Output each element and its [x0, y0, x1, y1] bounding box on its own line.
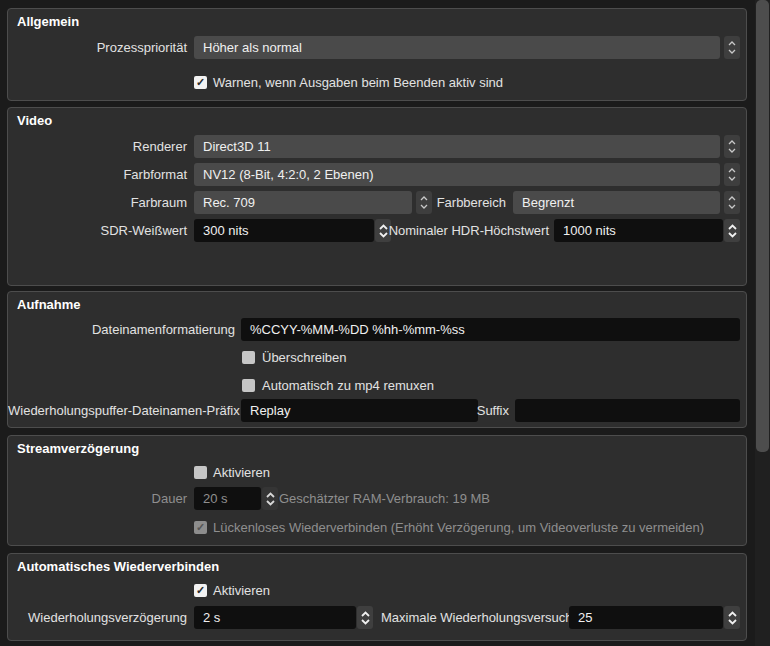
- group-title: Aufnahme: [17, 297, 81, 312]
- process-priority-value: Höher als normal: [194, 36, 720, 59]
- chevron-down-icon: [728, 619, 737, 625]
- warn-on-exit-label: Warnen, wenn Ausgaben beim Beenden aktiv…: [213, 75, 503, 91]
- scrollbar-thumb[interactable]: [756, 0, 769, 452]
- group-aufnahme: Aufnahme Dateinamenformatierung %CCYY-%M…: [7, 291, 747, 428]
- retry-delay-spinbox[interactable]: 2 s: [194, 606, 373, 629]
- warn-on-exit-checkbox[interactable]: ✓: [194, 76, 207, 89]
- chevron-up-icon: [728, 196, 736, 201]
- color-range-value: Begrenzt: [513, 191, 720, 214]
- group-video: Video Renderer Direct3D 11 Farbformat NV…: [7, 107, 747, 286]
- hdr-peak-value: 1000 nits: [554, 219, 723, 242]
- chevron-up-icon: [728, 224, 737, 230]
- combobox-spinner-button[interactable]: [724, 36, 740, 59]
- auto-reconnect-enable-checkbox[interactable]: ✓: [194, 584, 207, 597]
- group-stream-delay: Streamverzögerung Aktivieren Dauer 20 s …: [7, 435, 747, 546]
- chevron-down-icon: [728, 148, 736, 153]
- color-range-combobox[interactable]: Begrenzt: [513, 191, 740, 214]
- suffix-input[interactable]: [515, 399, 740, 422]
- duration-spinbox[interactable]: 20 s: [194, 487, 278, 510]
- chevron-down-icon: [728, 176, 736, 181]
- combobox-spinner-button[interactable]: [724, 163, 740, 186]
- renderer-label: Renderer: [8, 135, 187, 158]
- combobox-spinner-button[interactable]: [724, 135, 740, 158]
- process-priority-label: Prozesspriorität: [8, 36, 187, 59]
- color-format-combobox[interactable]: NV12 (8-Bit, 4:2:0, 2 Ebenen): [194, 163, 740, 186]
- ram-estimate-text: Geschätzter RAM-Verbrauch: 19 MB: [279, 487, 579, 510]
- hdr-peak-spinbox[interactable]: 1000 nits: [554, 219, 740, 242]
- group-title: Video: [17, 113, 52, 128]
- chevron-down-icon: [361, 619, 370, 625]
- color-format-value: NV12 (8-Bit, 4:2:0, 2 Ebenen): [194, 163, 720, 186]
- max-retries-label: Maximale Wiederholungsversuche: [381, 606, 561, 629]
- combobox-spinner-button[interactable]: [724, 191, 740, 214]
- chevron-down-icon: [728, 204, 736, 209]
- sdr-white-spinbox[interactable]: 300 nits: [194, 219, 391, 242]
- group-auto-reconnect: Automatisches Wiederverbinden ✓ Aktivier…: [7, 553, 747, 641]
- spinbox-buttons[interactable]: [357, 606, 373, 629]
- filename-format-label: Dateinamenformatierung: [8, 318, 235, 341]
- max-retries-spinbox[interactable]: 25: [569, 606, 740, 629]
- auto-reconnect-enable-label: Aktivieren: [213, 583, 270, 599]
- renderer-combobox[interactable]: Direct3D 11: [194, 135, 740, 158]
- max-retries-value: 25: [569, 606, 723, 629]
- process-priority-combobox[interactable]: Höher als normal: [194, 36, 740, 59]
- renderer-value: Direct3D 11: [194, 135, 720, 158]
- chevron-down-icon: [266, 500, 275, 506]
- color-range-label: Farbbereich: [328, 191, 506, 214]
- group-title: Streamverzögerung: [17, 441, 139, 456]
- chevron-down-icon: [728, 232, 737, 238]
- stream-delay-enable-checkbox[interactable]: [194, 466, 207, 479]
- sdr-white-value: 300 nits: [194, 219, 374, 242]
- replay-prefix-label: Wiederholungspuffer-Dateinamen-Präfix: [8, 399, 235, 422]
- group-title: Allgemein: [17, 14, 79, 29]
- chevron-up-icon: [361, 611, 370, 617]
- chevron-up-icon: [728, 611, 737, 617]
- chevron-down-icon: [728, 49, 736, 54]
- stream-delay-enable-label: Aktivieren: [213, 465, 270, 481]
- retry-delay-value: 2 s: [194, 606, 356, 629]
- remux-label: Automatisch zu mp4 remuxen: [262, 378, 434, 394]
- preserve-cutoff-checkbox[interactable]: ✓: [194, 521, 207, 534]
- vertical-scrollbar[interactable]: [755, 0, 770, 646]
- filename-format-input[interactable]: %CCYY-%MM-%DD %hh-%mm-%ss: [241, 318, 740, 341]
- retry-delay-label: Wiederholungsverzögerung: [8, 606, 187, 629]
- remux-checkbox[interactable]: [242, 379, 255, 392]
- spinbox-buttons[interactable]: [262, 487, 278, 510]
- overwrite-checkbox[interactable]: [242, 351, 255, 364]
- hdr-peak-label: Nominaler HDR-Höchstwert: [368, 219, 549, 242]
- overwrite-label: Überschreiben: [262, 350, 347, 366]
- suffix-label: Suffix: [409, 399, 509, 422]
- preserve-cutoff-label: Lückenloses Wiederverbinden (Erhöht Verz…: [213, 520, 704, 536]
- chevron-up-icon: [728, 140, 736, 145]
- chevron-up-icon: [266, 492, 275, 498]
- chevron-up-icon: [728, 168, 736, 173]
- sdr-white-label: SDR-Weißwert: [8, 219, 187, 242]
- spinbox-buttons[interactable]: [724, 219, 740, 242]
- chevron-up-icon: [728, 41, 736, 46]
- color-format-label: Farbformat: [8, 163, 187, 186]
- group-allgemein: Allgemein Prozesspriorität Höher als nor…: [7, 8, 747, 101]
- duration-value: 20 s: [194, 487, 261, 510]
- duration-label: Dauer: [8, 487, 187, 510]
- spinbox-buttons[interactable]: [724, 606, 740, 629]
- color-space-label: Farbraum: [8, 191, 187, 214]
- group-title: Automatisches Wiederverbinden: [17, 559, 219, 574]
